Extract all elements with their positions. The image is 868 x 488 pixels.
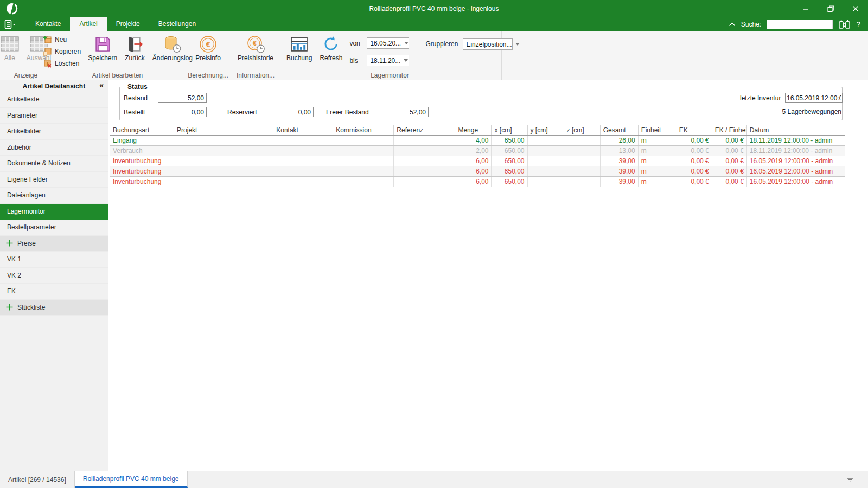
collapse-sidebar-icon[interactable]: « [99,81,104,89]
refresh-label: Refresh [320,54,342,62]
table-cell: 650,00 [492,156,527,166]
column-header-ek[interactable]: EK [676,125,712,136]
gruppieren-label: Gruppieren [425,38,458,50]
help-button[interactable]: ? [856,20,860,29]
collapse-ribbon-icon[interactable] [729,22,736,27]
bottom-tab-article-detail[interactable]: Rollladenprofil PVC 40 mm beige [75,471,188,488]
sidebar-item-dokumente-notizen[interactable]: Dokumente & Notizen [0,156,108,172]
freier-bestand-field[interactable] [382,107,429,117]
table-cell [564,136,600,146]
minimize-button[interactable] [793,0,818,17]
sidebar-item-lagermonitor[interactable]: Lagermonitor [0,204,108,220]
sidebar-item-preise[interactable]: Preise [0,236,108,252]
von-date-dropdown[interactable]: 16.05.20... [367,37,409,49]
gruppieren-dropdown[interactable]: Einzelposition... [463,38,513,50]
table-row[interactable]: Inventurbuchung 6,00 650,00 39,00 m 0,00… [110,156,845,166]
preishistorie-label: Preishistorie [238,54,273,62]
table-row[interactable]: Verbrauch 2,00 650,00 13,00 m 0,00 € 0,0… [110,146,845,156]
search-input[interactable] [767,20,833,29]
sidebar-item-label: EK [7,287,16,295]
bestellt-field[interactable] [158,107,207,117]
table-cell [394,136,455,146]
reserviert-field[interactable] [265,107,314,117]
column-header-ek-einheit[interactable]: EK / Einheit [712,125,746,136]
preisinfo-label: Preisinfo [195,54,221,62]
neu-button[interactable]: Neu [43,35,81,44]
refresh-button[interactable]: Refresh [316,34,346,70]
sidebar-item-stueckliste[interactable]: Stückliste [0,300,108,316]
table-cell [527,146,564,156]
column-header-x[interactable]: x [cm] [492,125,527,136]
von-label: von [349,40,362,47]
kopieren-button[interactable]: Kopieren [43,47,81,56]
column-header-buchungsart[interactable]: Buchungsart [110,125,174,136]
table-row[interactable]: Eingang 4,00 650,00 26,00 m 0,00 € 0,00 … [110,136,845,146]
sidebar: Artikel Detailansicht « Artikeltexte Par… [0,80,108,471]
letzte-inventur-field[interactable] [785,93,843,103]
table-row[interactable]: Inventurbuchung 6,00 650,00 39,00 m 0,00… [110,177,845,187]
table-cell [333,146,394,156]
reserviert-label: Reserviert [227,108,257,116]
restore-icon [827,5,834,12]
column-header-gesamt[interactable]: Gesamt [600,125,638,136]
close-button[interactable] [843,0,868,17]
sidebar-item-zubehoer[interactable]: Zubehör [0,140,108,156]
app-menu-button[interactable] [0,17,21,31]
menu-tab-artikel[interactable]: Artikel [70,17,106,31]
sidebar-item-eigene-felder[interactable]: Eigene Felder [0,172,108,188]
sidebar-item-vk2[interactable]: VK 2 [0,268,108,284]
restore-button[interactable] [818,0,843,17]
table-row[interactable]: Inventurbuchung 6,00 650,00 39,00 m 0,00… [110,166,845,177]
status-groupbox: Status Bestand letzte Inventur Bestellt … [119,87,843,120]
sidebar-item-label: VK 1 [7,255,21,263]
column-header-kontakt[interactable]: Kontakt [273,125,333,136]
bis-label: bis [349,57,362,65]
sidebar-item-artikeltexte[interactable]: Artikeltexte [0,92,108,108]
column-header-einheit[interactable]: Einheit [638,125,676,136]
euro-coin-clock-icon: € [247,34,265,54]
column-header-datum[interactable]: Datum [746,125,845,136]
table-cell [333,177,394,187]
tab-list-dropdown-button[interactable] [846,471,854,488]
table-cell: 26,00 [600,136,638,146]
buchung-button[interactable]: Buchung [283,34,316,70]
table-cell: 650,00 [492,136,527,146]
speichern-button[interactable]: Speichern [84,34,121,70]
status-legend: Status [125,83,150,91]
column-header-menge[interactable]: Menge [455,125,492,136]
window-controls [793,0,868,17]
column-header-projekt[interactable]: Projekt [174,125,273,136]
menu-tab-kontakte[interactable]: Kontakte [26,17,70,31]
titlebar: Rollladenprofil PVC 40 mm beige - ingeni… [0,0,868,17]
bottom-tab-bar: Artikel [269 / 14536] Rollladenprofil PV… [0,471,868,488]
gruppieren-value: Einzelposition... [466,41,512,48]
preisinfo-button[interactable]: € Preisinfo [192,34,225,70]
menu-tab-projekte[interactable]: Projekte [107,17,149,31]
bis-date-dropdown[interactable]: 18.11.20... [367,55,409,66]
ribbon-group-berechnung: € Preisinfo Berechnung... [183,31,233,80]
table-cell: 6,00 [455,166,492,177]
preishistorie-button[interactable]: € Preishistorie [234,34,277,70]
loeschen-button[interactable]: Löschen [43,59,81,68]
menu-tab-bestellungen[interactable]: Bestellungen [149,17,205,31]
column-header-y[interactable]: y [cm] [527,125,564,136]
column-header-referenz[interactable]: Referenz [394,125,455,136]
sidebar-item-parameter[interactable]: Parameter [0,108,108,124]
sidebar-title: Artikel Detailansicht [23,82,85,90]
sidebar-item-ek[interactable]: EK [0,284,108,300]
zurueck-button[interactable]: Zurück [121,34,149,70]
table-cell: Inventurbuchung [110,166,174,177]
bestand-field[interactable] [158,93,207,103]
sidebar-item-bestellparameter[interactable]: Bestellparameter [0,220,108,236]
alle-button[interactable]: Alle [0,34,23,70]
loeschen-label: Löschen [55,60,79,67]
column-header-z[interactable]: z [cm] [564,125,600,136]
column-header-kommission[interactable]: Kommission [333,125,394,136]
table-cell [394,166,455,177]
sidebar-item-vk1[interactable]: VK 1 [0,252,108,268]
sidebar-item-artikelbilder[interactable]: Artikelbilder [0,124,108,140]
search-button[interactable] [838,19,851,30]
bottom-tab-artikel-list[interactable]: Artikel [269 / 14536] [0,471,75,488]
table-cell: 0,00 € [712,166,746,177]
sidebar-item-dateianlagen[interactable]: Dateianlagen [0,188,108,204]
